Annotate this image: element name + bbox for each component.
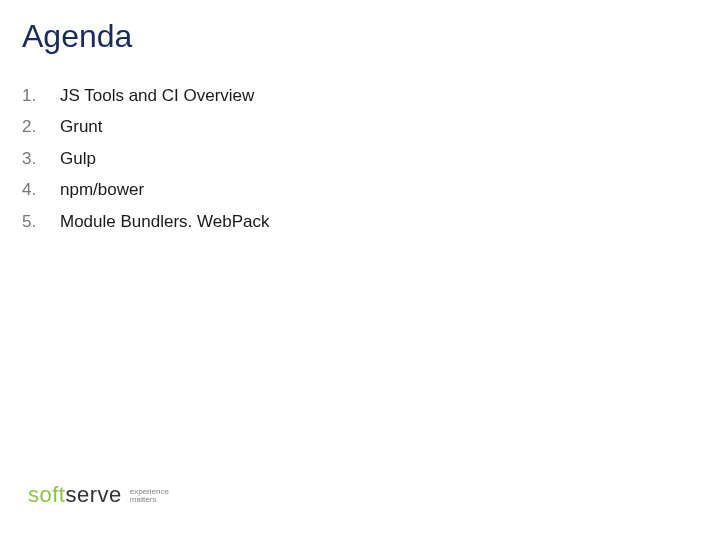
slide: Agenda JS Tools and CI Overview Grunt Gu… [0,0,720,540]
list-item: Grunt [22,111,269,142]
logo-tagline: experience matters [130,488,169,505]
logo-wordmark: softserve [28,482,122,508]
logo-part-serve: serve [65,482,121,507]
softserve-logo: softserve experience matters [28,482,169,508]
list-item: npm/bower [22,174,269,205]
list-item: Module Bundlers. WebPack [22,206,269,237]
logo-part-soft: soft [28,482,65,507]
logo-tagline-line2: matters [130,496,169,504]
list-item: Gulp [22,143,269,174]
agenda-list: JS Tools and CI Overview Grunt Gulp npm/… [22,80,269,237]
slide-title: Agenda [22,18,132,55]
list-item: JS Tools and CI Overview [22,80,269,111]
